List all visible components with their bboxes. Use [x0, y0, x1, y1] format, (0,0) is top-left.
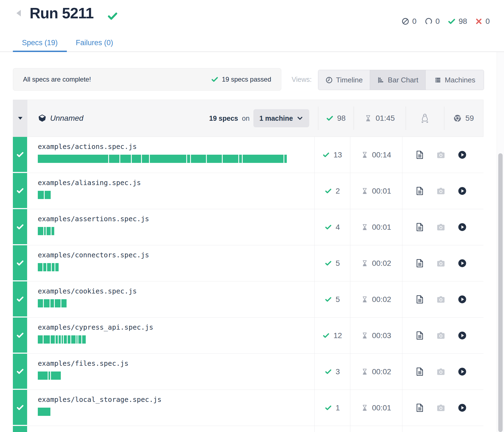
test-segment[interactable] [284, 155, 287, 163]
screenshots-button[interactable] [437, 296, 445, 303]
test-segment[interactable] [38, 191, 44, 199]
spec-row[interactable]: examples/actions.spec.js 13 00:14 [13, 137, 483, 173]
view-machines-label: Machines [445, 76, 475, 84]
test-segment[interactable] [120, 155, 131, 163]
play-video-button[interactable] [458, 259, 466, 267]
stdout-button[interactable] [416, 404, 424, 412]
screenshots-button[interactable] [437, 332, 445, 339]
group-collapse-cell[interactable] [13, 100, 27, 137]
test-segment[interactable] [191, 155, 206, 163]
test-segment[interactable] [44, 299, 50, 307]
test-segment[interactable] [71, 335, 76, 344]
gutter-check-icon [16, 332, 24, 339]
stdout-button[interactable] [416, 187, 424, 195]
play-video-button[interactable] [458, 223, 466, 231]
stdout-button[interactable] [416, 223, 424, 231]
test-segment[interactable] [207, 155, 222, 163]
view-timeline-label: Timeline [336, 76, 363, 84]
test-segment[interactable] [38, 335, 43, 344]
test-segment[interactable] [223, 155, 238, 163]
test-segment[interactable] [47, 227, 51, 235]
spec-row[interactable]: examples/connectors.spec.js 5 00:02 [13, 245, 483, 281]
test-segment[interactable] [56, 335, 58, 344]
screenshots-button[interactable] [437, 368, 445, 376]
test-segment[interactable] [64, 335, 67, 344]
screenshots-button[interactable] [437, 223, 445, 231]
test-segment[interactable] [44, 227, 46, 235]
machine-dropdown[interactable]: 1 machine [253, 109, 309, 127]
test-segment[interactable] [52, 263, 55, 271]
row-passed-count: 2 [336, 187, 340, 195]
row-passed-count: 1 [336, 404, 340, 412]
test-segment[interactable] [132, 155, 141, 163]
test-segment[interactable] [44, 335, 50, 344]
test-segment[interactable] [38, 371, 48, 380]
test-segment[interactable] [51, 371, 61, 380]
passed-count: 98 [459, 17, 467, 26]
play-video-button[interactable] [458, 187, 466, 195]
test-segment[interactable] [45, 191, 51, 199]
play-video-button[interactable] [458, 151, 466, 159]
spec-test-bar [38, 335, 314, 344]
screenshots-button[interactable] [437, 260, 445, 267]
test-segment[interactable] [55, 263, 59, 271]
stdout-button[interactable] [416, 367, 424, 376]
spec-row[interactable]: examples/aliasing.spec.js 2 00:01 [13, 173, 483, 209]
test-segment[interactable] [50, 299, 54, 307]
spec-row[interactable] [13, 426, 483, 432]
test-segment[interactable] [38, 227, 43, 235]
test-segment[interactable] [68, 335, 70, 344]
spec-row[interactable]: examples/cookies.spec.js 5 00:02 [13, 281, 483, 318]
gutter-check-icon [16, 368, 24, 375]
test-segment[interactable] [239, 155, 242, 163]
test-segment[interactable] [59, 335, 61, 344]
row-passed-check-icon [323, 151, 330, 158]
test-segment[interactable] [38, 155, 108, 163]
stdout-button[interactable] [416, 259, 424, 267]
test-segment[interactable] [150, 155, 186, 163]
play-video-button[interactable] [458, 295, 466, 304]
test-segment[interactable] [55, 299, 61, 307]
test-segment[interactable] [47, 263, 51, 271]
scrollbar-thumb[interactable] [498, 153, 503, 432]
test-segment[interactable] [76, 335, 78, 344]
test-segment[interactable] [48, 371, 50, 380]
test-segment[interactable] [38, 299, 43, 307]
test-segment[interactable] [38, 263, 42, 271]
stdout-button[interactable] [416, 295, 424, 304]
play-video-button[interactable] [458, 404, 466, 412]
test-segment[interactable] [62, 335, 63, 344]
stdout-button[interactable] [416, 331, 424, 340]
view-timeline-button[interactable]: Timeline [318, 70, 370, 90]
tab-specs[interactable]: Specs (19) [13, 35, 67, 52]
test-segment[interactable] [51, 335, 55, 344]
spec-row[interactable]: examples/cypress_api.spec.js 12 00:03 [13, 318, 483, 354]
screenshots-button[interactable] [437, 404, 445, 412]
screenshots-button[interactable] [437, 151, 445, 159]
test-segment[interactable] [51, 227, 54, 235]
spec-row[interactable]: examples/files.spec.js 3 00:02 [13, 354, 483, 390]
spec-row[interactable]: examples/local_storage.spec.js 1 00:01 [13, 390, 483, 426]
test-segment[interactable] [38, 408, 50, 416]
back-button[interactable] [16, 10, 21, 16]
view-machines-button[interactable]: Machines [425, 70, 484, 90]
play-video-button[interactable] [458, 331, 466, 340]
stdout-button[interactable] [416, 151, 424, 159]
view-bar-chart-button[interactable]: Bar Chart [370, 70, 425, 90]
test-segment[interactable] [109, 155, 119, 163]
test-segment[interactable] [243, 155, 284, 163]
tab-failures[interactable]: Failures (0) [67, 35, 122, 52]
machine-group-header[interactable]: Unnamed 19 specs on 1 machine 98 [13, 100, 483, 137]
test-segment[interactable] [142, 155, 149, 163]
gutter-check-icon [16, 187, 24, 194]
group-passed-check-icon [326, 115, 333, 122]
test-segment[interactable] [82, 335, 86, 344]
test-segment[interactable] [61, 299, 67, 307]
play-video-button[interactable] [458, 367, 466, 376]
test-segment[interactable] [78, 335, 81, 344]
test-segment[interactable] [187, 155, 190, 163]
test-segment[interactable] [43, 263, 46, 271]
screenshots-button[interactable] [437, 187, 445, 195]
spec-name: examples/local_storage.spec.js [38, 396, 314, 404]
spec-row[interactable]: examples/assertions.spec.js 4 00:01 [13, 209, 483, 245]
